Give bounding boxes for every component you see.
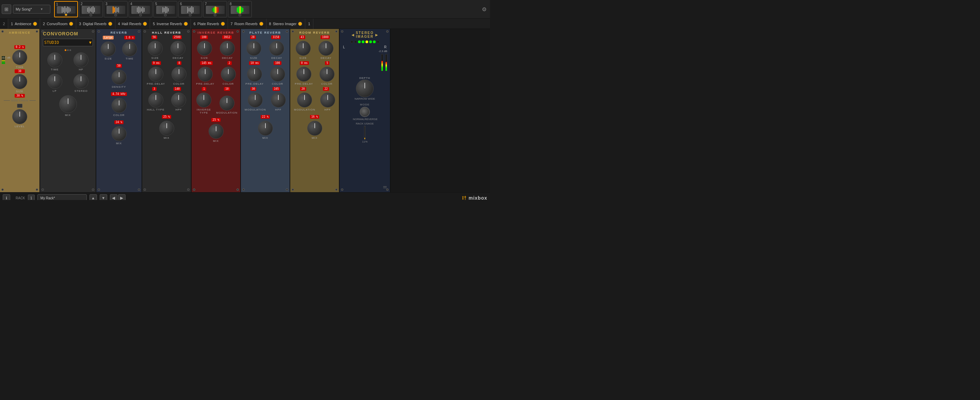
convoroom-mix-knob[interactable]: [59, 95, 77, 113]
ch-tab-inversereverb[interactable]: 5 Inverse Reverb: [150, 19, 191, 29]
roomreverb-title: ROOM REVERB: [290, 29, 339, 35]
rack-slot-7[interactable]: 7: [203, 1, 227, 17]
reverb-color-val-row: 4.74 kHz: [96, 90, 142, 96]
ch-tab-power-roomreverb[interactable]: [259, 22, 263, 26]
rack-slot-power-1[interactable]: [65, 14, 67, 16]
room-mix-knob[interactable]: [307, 121, 322, 136]
reverb-time-knob[interactable]: [122, 41, 137, 56]
ch-tab-power-platereverb[interactable]: [221, 22, 225, 26]
rack-slot-6[interactable]: 6: [178, 1, 202, 17]
room-hpf-knob[interactable]: [320, 92, 335, 108]
grid-icon[interactable]: ⊞: [2, 5, 11, 14]
rack-up-arrow[interactable]: ▲: [89, 194, 97, 200]
ch-tab-stereoimager[interactable]: 8 Stereo Imager: [266, 19, 305, 29]
rack-slot-2[interactable]: 2: [79, 1, 103, 17]
inverse-size-knob[interactable]: [197, 41, 212, 56]
ambience-size-knob[interactable]: [12, 74, 27, 89]
stereo-mode-toggle[interactable]: [360, 107, 370, 117]
reverb-color-knob[interactable]: [111, 98, 127, 113]
plate-hpf-knob[interactable]: [271, 92, 286, 108]
rack-slot-power-3[interactable]: [115, 14, 117, 16]
convoroom-hp-knob[interactable]: [73, 52, 89, 67]
rack-down-arrow[interactable]: ▼: [100, 194, 107, 200]
hall-decay-knob[interactable]: [170, 41, 185, 56]
ch-tab-convoroom[interactable]: 2 ConvoRoom: [40, 19, 76, 29]
inverse-predelay-knob[interactable]: [198, 67, 213, 82]
hall-hpf-knob[interactable]: [171, 92, 186, 108]
reverb-size-knob[interactable]: [101, 41, 116, 56]
stereo-screw-bl: [341, 189, 343, 191]
inverse-type-label: INVERSE TYPE: [194, 108, 213, 114]
ch-tab-power-hallreverb[interactable]: [143, 22, 147, 26]
nav-forward[interactable]: ▶: [118, 194, 126, 200]
convoroom-stereo-knob[interactable]: [73, 74, 89, 89]
hall-predelay-knob[interactable]: [148, 67, 163, 82]
stereo-depth-knob[interactable]: [356, 79, 374, 97]
rack-slot-3[interactable]: 3: [104, 1, 127, 17]
ch-tab-last[interactable]: 1: [305, 19, 313, 29]
ch-tab-power-digitalreverb[interactable]: [108, 22, 112, 26]
rack-slot-power-5[interactable]: [164, 14, 167, 16]
rack-slot-num-5: 5: [155, 2, 157, 6]
ch-tab-ambience[interactable]: 1 Ambience: [8, 19, 40, 29]
rack-slot-4[interactable]: 4: [129, 1, 153, 17]
reverb-mix-knob[interactable]: [111, 126, 127, 141]
plate-size-knob[interactable]: [247, 41, 261, 56]
ambience-size-knob-container: SIZE: [12, 74, 27, 93]
rack-slot-power-6[interactable]: [189, 14, 192, 16]
plate-color-knob[interactable]: [270, 67, 285, 82]
hall-screw-tl: [143, 30, 146, 33]
rack-slot-power-4[interactable]: [139, 14, 142, 16]
rack-slot-power-2[interactable]: [89, 14, 92, 16]
plate-decay-knob[interactable]: [269, 41, 284, 56]
room-predelay-knob[interactable]: [296, 67, 311, 82]
convoroom-time-knob[interactable]: [47, 52, 62, 67]
ch-tab-roomreverb[interactable]: 7 Room Reverb: [228, 19, 266, 29]
rack-name-input[interactable]: [37, 194, 87, 200]
room-color-knob[interactable]: [320, 67, 334, 82]
room-decay-knob[interactable]: [318, 41, 334, 56]
inverse-mod-knob[interactable]: [220, 95, 234, 111]
ch-tab-platereverb[interactable]: 6 Plate Reverb: [191, 19, 228, 29]
rack-usage-pct: 11%: [362, 140, 368, 143]
rack-slot-power-8[interactable]: [239, 14, 241, 16]
rack-slot-power-7[interactable]: [214, 14, 216, 16]
ch-tab-power-inversereverb[interactable]: [184, 22, 188, 26]
ambience-level-knob[interactable]: [12, 109, 27, 124]
plate-mix-knob[interactable]: [258, 121, 273, 136]
rack-slot-1[interactable]: 1: [54, 1, 78, 17]
hall-mix-knob[interactable]: [159, 121, 174, 136]
sidechain-icon-1[interactable]: [17, 104, 22, 108]
ch-tab-digitalreverb[interactable]: 3 Digital Reverb: [76, 19, 115, 29]
inverse-decay-knob[interactable]: [220, 41, 235, 56]
rack-slot-num-3: 3: [105, 2, 108, 6]
inverse-color-knob[interactable]: [221, 67, 236, 82]
bottom-info-icon[interactable]: ℹ: [3, 194, 10, 200]
inverse-mix-knob[interactable]: [208, 124, 224, 139]
hall-size-knob[interactable]: [148, 41, 163, 56]
ambience-time-knob[interactable]: [12, 50, 27, 65]
plate-mod-knob[interactable]: [248, 92, 263, 108]
inverse-screw-br: [237, 189, 239, 191]
rack-slot-5[interactable]: 5: [153, 1, 177, 17]
settings-icon[interactable]: ⚙: [480, 5, 488, 14]
convoroom-lp-knob[interactable]: [47, 74, 62, 89]
ch-tab-power-ambience[interactable]: [33, 22, 37, 26]
inverse-mix-label: MIX: [213, 140, 219, 143]
inverse-mix-knob-row: MIX: [192, 122, 240, 144]
reverb-density-knob[interactable]: [111, 70, 127, 85]
ch-tab-power-convoroom[interactable]: [69, 22, 73, 26]
nav-back[interactable]: ◀: [110, 194, 118, 200]
ch-tab-power-stereoimager[interactable]: [298, 22, 302, 26]
rack-slot-8[interactable]: 8: [228, 1, 252, 17]
convoroom-preset[interactable]: STUDIO ▼: [43, 39, 93, 46]
stereo-lr-labels: L R: [340, 44, 390, 50]
room-mod-knob[interactable]: [297, 92, 312, 108]
room-size-knob[interactable]: [296, 41, 311, 56]
hall-color-knob[interactable]: [172, 67, 186, 82]
song-selector[interactable]: My Song* ▼: [13, 5, 50, 14]
ch-tab-hallreverb[interactable]: 4 Hall Reverb: [115, 19, 150, 29]
plate-predelay-knob[interactable]: [247, 67, 262, 82]
inverse-type-knob[interactable]: [196, 92, 211, 108]
hall-halltype-knob[interactable]: [148, 92, 163, 108]
